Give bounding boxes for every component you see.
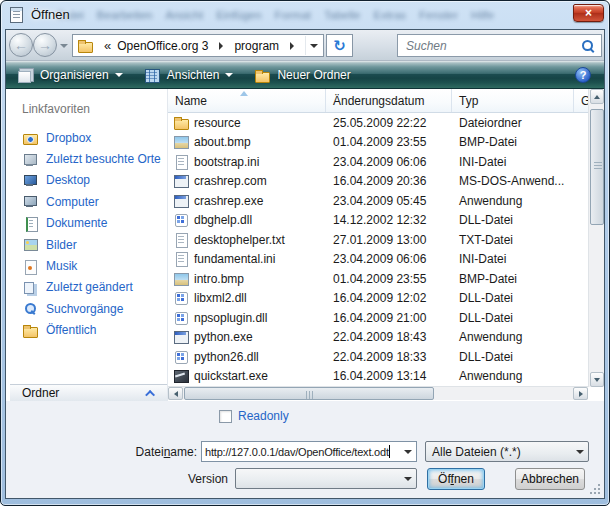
readonly-label: Readonly [238,409,289,423]
filename-input[interactable]: http://127.0.0.1/dav/OpenOffice/text.odt [201,441,417,462]
file-date: 16.04.2009 12:02 [326,291,452,305]
breadcrumb-separator-icon[interactable] [219,42,223,50]
file-type-icon [173,368,189,384]
toolbar-button[interactable]: Organisieren [6,61,133,88]
sidebar-item-icon [22,152,39,167]
sidebar-item[interactable]: Suchvorgänge [10,298,167,319]
breadcrumb-segment[interactable]: OpenOffice.org 3 [115,39,210,53]
file-row[interactable]: quickstart.exe 16.04.2009 13:14 Anwendun… [168,367,588,387]
chevron-down-icon [225,73,233,77]
horizontal-scrollbar[interactable] [168,386,588,400]
filetype-dropdown-button[interactable] [571,442,588,461]
file-type-icon [173,329,189,345]
file-type: Dateiordner [452,116,574,130]
breadcrumb-separator-icon[interactable] [290,42,294,50]
refresh-button[interactable]: ↻ [326,34,353,57]
file-date: 25.05.2009 22:22 [326,116,452,130]
file-row[interactable]: bootstrap.ini 23.04.2009 06:06 INI-Datei [168,152,588,172]
file-row[interactable]: dbghelp.dll 14.12.2002 12:32 DLL-Datei [168,211,588,231]
file-row[interactable]: about.bmp 01.04.2009 23:55 BMP-Datei [168,133,588,153]
file-row[interactable]: libxml2.dll 16.04.2009 12:02 DLL-Datei [168,289,588,309]
toolbar-button-label: Organisieren [40,68,109,82]
sidebar-item[interactable]: Zuletzt geändert [10,277,167,298]
back-button[interactable]: ← [9,33,33,57]
filetype-select[interactable]: Alle Dateien (*.*) [425,441,589,462]
readonly-checkbox[interactable] [219,410,232,423]
file-row[interactable]: crashrep.com 16.04.2009 20:36 MS-DOS-Anw… [168,172,588,192]
file-type: DLL-Datei [452,291,574,305]
file-name: resource [194,116,241,130]
file-date: 22.04.2009 18:33 [326,350,452,364]
file-name: python.exe [194,330,253,344]
file-row[interactable]: npsoplugin.dll 16.04.2009 21:00 DLL-Date… [168,308,588,328]
file-date: 14.12.2002 12:32 [326,213,452,227]
refresh-icon: ↻ [333,37,346,54]
scroll-right-button[interactable] [573,387,588,400]
sidebar-item[interactable]: Desktop [10,170,167,191]
file-date: 27.01.2009 13:00 [326,233,452,247]
forward-button[interactable]: → [33,33,57,57]
sidebar-item-icon [22,259,39,274]
version-select[interactable] [235,468,417,489]
vertical-scrollbar-thumb[interactable] [590,109,604,225]
address-bar[interactable]: « OpenOffice.org 3 program [72,34,324,57]
toolbar-button[interactable]: Ansichten [133,61,244,88]
document-icon [10,7,23,23]
open-button[interactable]: Öffnen [427,468,485,490]
sidebar-item-label: Zuletzt besuchte Orte [46,152,161,166]
version-dropdown-button[interactable] [399,469,416,488]
resize-grip[interactable] [589,483,601,495]
file-name: intro.bmp [194,272,244,286]
breadcrumb-segment[interactable]: program [232,39,281,53]
sidebar-items: Dropbox Zuletzt besuchte Orte Desktop Co… [10,127,167,341]
folders-expander[interactable]: Ordner [10,384,167,401]
sidebar-item[interactable]: Musik [10,255,167,276]
sidebar-item[interactable]: Computer [10,191,167,212]
recent-pages-chevron-icon[interactable] [60,44,68,48]
file-row[interactable]: intro.bmp 01.04.2009 23:55 BMP-Datei [168,269,588,289]
cancel-button[interactable]: Abbrechen [515,468,585,490]
sidebar-item[interactable]: Öffentlich [10,320,167,341]
chevron-down-icon [404,477,412,481]
file-row[interactable]: python26.dll 22.04.2009 18:33 DLL-Datei [168,347,588,367]
file-name: bootstrap.ini [194,155,259,169]
sidebar-item[interactable]: Bilder [10,234,167,255]
file-type: Anwendung [452,194,574,208]
column-header-type[interactable]: Typ [452,89,574,112]
scroll-down-button[interactable] [590,372,604,387]
column-header-size[interactable]: G [574,89,588,112]
file-row[interactable]: python.exe 22.04.2009 18:43 Anwendung [168,328,588,348]
title-bar[interactable]: Datei Bearbeiten Ansicht Einfügen Format… [1,1,609,29]
file-row[interactable]: crashrep.exe 23.04.2009 05:45 Anwendung [168,191,588,211]
file-date: 23.04.2009 05:45 [326,194,452,208]
file-row[interactable]: fundamental.ini 23.04.2009 06:06 INI-Dat… [168,250,588,270]
breadcrumb: OpenOffice.org 3 program [115,39,303,53]
vertical-scrollbar[interactable] [588,89,604,387]
sidebar-item[interactable]: Dokumente [10,213,167,234]
column-header-name[interactable]: Name [168,89,326,112]
scroll-up-button[interactable] [590,89,604,104]
column-header-row: Name Änderungsdatum Typ G [168,89,588,113]
background-window-menu-blur: Datei Bearbeiten Ansicht Einfügen Format… [57,1,557,29]
help-button[interactable]: ? [575,67,591,83]
sidebar-item[interactable]: Dropbox [10,127,167,148]
search-icon[interactable] [581,39,595,53]
scroll-left-button[interactable] [168,387,183,400]
column-header-date[interactable]: Änderungsdatum [326,89,452,112]
toolbar-button-label: Ansichten [167,68,220,82]
address-dropdown-button[interactable] [305,36,321,55]
sidebar-item-label: Computer [46,195,99,209]
close-button[interactable]: × [573,4,604,22]
breadcrumb-overflow-chevron[interactable]: « [104,38,111,53]
filename-dropdown-button[interactable] [399,442,416,461]
search-input[interactable] [404,38,581,54]
sidebar-item[interactable]: Zuletzt besuchte Orte [10,148,167,169]
file-row[interactable]: desktophelper.txt 27.01.2009 13:00 TXT-D… [168,230,588,250]
file-row[interactable]: resource 25.05.2009 22:22 Dateiordner [168,113,588,133]
toolbar-button[interactable]: Neuer Ordner [243,61,366,88]
sidebar-item-label: Musik [46,259,77,273]
file-name: libxml2.dll [194,291,247,305]
triangle-down-icon [594,378,600,382]
horizontal-scrollbar-thumb[interactable] [184,387,434,400]
file-type-icon [173,290,189,306]
